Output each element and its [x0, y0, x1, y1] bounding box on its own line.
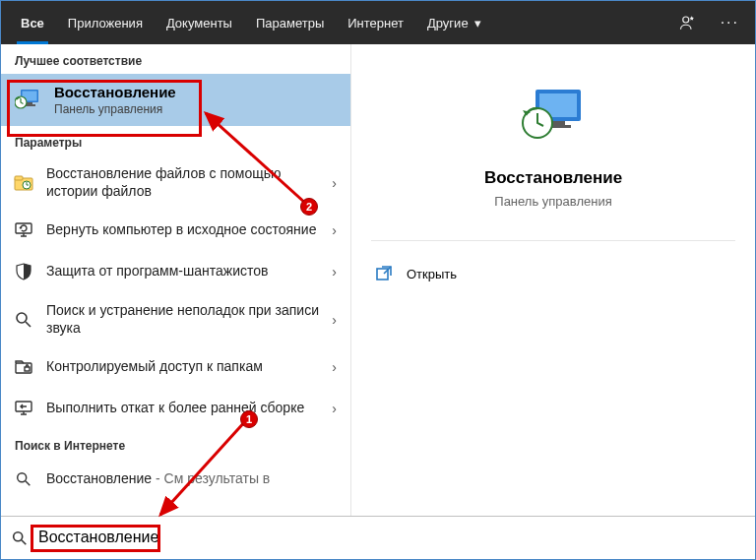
chevron-right-icon: ›	[332, 175, 337, 191]
settings-item-label: Выполнить откат к более ранней сборке	[46, 400, 324, 417]
tab-label: Приложения	[68, 16, 143, 31]
more-icon[interactable]: ···	[713, 8, 747, 37]
settings-item-troubleshoot-audio[interactable]: Поиск и устранение неполадок при записи …	[1, 292, 350, 346]
chevron-down-icon: ▾	[474, 16, 481, 31]
settings-item-file-history[interactable]: Восстановление файлов с помощью истории …	[1, 156, 350, 210]
svg-point-14	[18, 473, 27, 482]
tab-label: Другие	[427, 16, 469, 31]
settings-item-label: Восстановление файлов с помощью истории …	[46, 165, 324, 200]
svg-point-21	[14, 531, 23, 540]
svg-rect-12	[25, 367, 30, 371]
chevron-right-icon: ›	[332, 264, 337, 280]
search-icon	[13, 309, 34, 331]
open-label: Открыть	[407, 267, 457, 281]
settings-item-folder-access[interactable]: Контролируемый доступ к папкам ›	[1, 346, 350, 388]
open-icon	[375, 265, 393, 282]
preview-title: Восстановление	[484, 168, 622, 188]
restore-icon	[518, 80, 589, 151]
annotation-box-best	[7, 80, 202, 137]
feedback-icon[interactable]	[671, 8, 705, 37]
section-best-match: Лучшее соответствие	[1, 44, 350, 74]
svg-rect-7	[15, 176, 23, 180]
chevron-right-icon: ›	[332, 222, 337, 238]
settings-item-label: Поиск и устранение неполадок при записи …	[46, 302, 324, 337]
tab-apps[interactable]: Приложения	[56, 1, 155, 44]
tab-docs[interactable]: Документы	[155, 1, 244, 44]
pc-reset-icon	[13, 219, 34, 241]
web-item[interactable]: Восстановление - См результаты в	[1, 459, 350, 500]
chevron-right-icon: ›	[332, 312, 337, 328]
settings-item-label: Вернуть компьютер в исходное состояние	[46, 221, 324, 239]
preview-pane: Восстановление Панель управления Открыть	[351, 44, 755, 516]
file-history-icon	[13, 172, 34, 194]
settings-item-rollback[interactable]: Выполнить откат к более ранней сборке ›	[1, 388, 350, 429]
settings-item-label: Защита от программ-шантажистов	[46, 263, 324, 280]
tabs-right: ···	[671, 8, 747, 37]
open-action[interactable]: Открыть	[371, 259, 735, 288]
tab-label: Документы	[166, 16, 232, 31]
chevron-right-icon: ›	[332, 359, 337, 375]
tab-label: Все	[21, 16, 44, 31]
shield-icon	[13, 261, 34, 282]
settings-item-ransomware[interactable]: Защита от программ-шантажистов ›	[1, 251, 350, 292]
settings-item-label: Контролируемый доступ к папкам	[46, 358, 324, 376]
tab-other[interactable]: Другие▾	[415, 1, 493, 44]
rollback-icon	[13, 398, 34, 419]
chevron-right-icon: ›	[332, 401, 337, 416]
folder-lock-icon	[13, 356, 34, 378]
settings-item-reset-pc[interactable]: Вернуть компьютер в исходное состояние ›	[1, 210, 350, 251]
annotation-box-search	[31, 525, 160, 552]
search-window: Все Приложения Документы Параметры Интер…	[0, 0, 756, 560]
web-item-label: Восстановление	[46, 470, 152, 486]
preview-header: Восстановление Панель управления	[371, 68, 735, 241]
section-web: Поиск в Интернете	[1, 429, 350, 459]
tab-all[interactable]: Все	[9, 1, 56, 44]
tab-settings[interactable]: Параметры	[244, 1, 336, 44]
search-icon	[11, 529, 29, 547]
search-tabs: Все Приложения Документы Параметры Интер…	[1, 1, 755, 44]
web-item-text: Восстановление - См результаты в	[46, 470, 337, 488]
web-item-suffix: - См результаты в	[152, 470, 270, 486]
svg-point-0	[682, 17, 688, 23]
tab-label: Интернет	[347, 16, 404, 31]
search-bar: Восстановление	[1, 516, 755, 559]
search-icon	[13, 468, 34, 490]
tab-label: Параметры	[256, 16, 324, 31]
svg-rect-17	[551, 121, 565, 125]
tab-internet[interactable]: Интернет	[336, 1, 415, 44]
preview-subtitle: Панель управления	[494, 194, 611, 209]
svg-point-10	[17, 313, 27, 323]
